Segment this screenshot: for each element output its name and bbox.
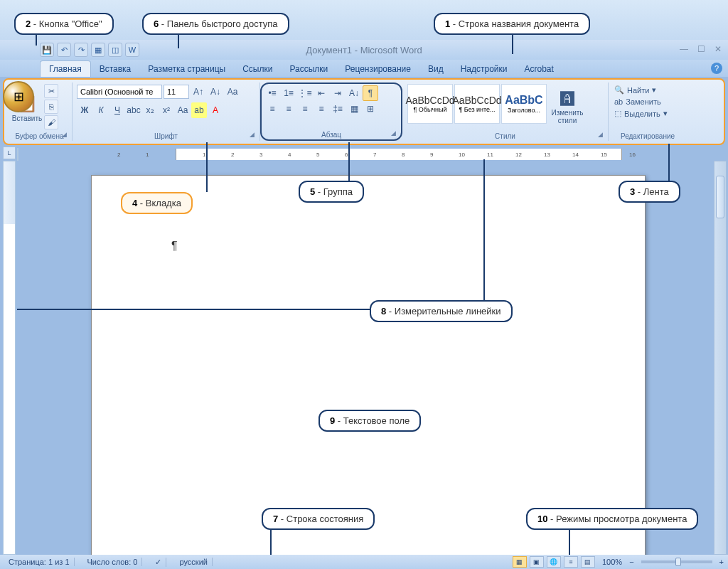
change-styles-button[interactable]: 🅰 Изменить стили bbox=[547, 84, 587, 131]
horizontal-ruler[interactable]: 1 2 1 2 3 4 5 6 7 8 9 10 11 12 13 14 15 … bbox=[17, 148, 18, 161]
tab-home[interactable]: Главная bbox=[40, 60, 91, 77]
vertical-scrollbar[interactable] bbox=[714, 161, 727, 555]
paragraph-launcher[interactable]: ◢ bbox=[391, 129, 400, 138]
view-web[interactable]: 🌐 bbox=[547, 556, 561, 568]
multilevel-button[interactable]: ⋮≡ bbox=[297, 85, 313, 101]
view-fullscreen[interactable]: ▣ bbox=[530, 556, 544, 568]
copy-button[interactable]: ⎘ bbox=[44, 100, 58, 114]
qat-btn-6[interactable]: W bbox=[125, 43, 139, 57]
grow-font-button[interactable]: A↑ bbox=[191, 84, 206, 100]
quick-access-toolbar: 💾 ↶ ↷ ▦ ◫ W bbox=[40, 43, 139, 57]
align-right-button[interactable]: ≡ bbox=[297, 101, 313, 117]
title-bar: ⊞ 💾 ↶ ↷ ▦ ◫ W Документ1 - Microsoft Word… bbox=[0, 40, 728, 60]
format-painter-button[interactable]: 🖌 bbox=[44, 115, 58, 129]
view-print-layout[interactable]: ▦ bbox=[513, 556, 527, 568]
find-button[interactable]: 🔍Найти ▾ bbox=[613, 84, 658, 96]
font-launcher[interactable]: ◢ bbox=[250, 131, 258, 139]
font-name-select[interactable] bbox=[77, 85, 162, 99]
status-proof[interactable]: ✓ bbox=[151, 558, 166, 567]
qat-btn-4[interactable]: ▦ bbox=[91, 43, 105, 57]
tab-review[interactable]: Рецензирование bbox=[336, 61, 419, 77]
superscript-button[interactable]: x² bbox=[159, 102, 174, 118]
arrow-6 bbox=[178, 33, 179, 48]
clear-format-button[interactable]: Aa bbox=[225, 84, 240, 100]
style-name-2: ¶ Без инте... bbox=[459, 106, 495, 113]
subscript-button[interactable]: x₂ bbox=[142, 102, 158, 118]
redo-icon[interactable]: ↷ bbox=[74, 43, 88, 57]
ruler-corner[interactable]: L bbox=[3, 147, 16, 159]
style-normal[interactable]: AaBbCcDd ¶ Обычный bbox=[407, 84, 453, 124]
save-icon[interactable]: 💾 bbox=[40, 43, 54, 57]
view-draft[interactable]: ▤ bbox=[581, 556, 595, 568]
tab-layout[interactable]: Разметка страницы bbox=[139, 61, 234, 77]
zoom-out-button[interactable]: − bbox=[629, 558, 633, 566]
office-button[interactable]: ⊞ bbox=[3, 81, 34, 112]
undo-icon[interactable]: ↶ bbox=[57, 43, 71, 57]
bullets-button[interactable]: •≡ bbox=[264, 85, 280, 101]
group-paragraph: •≡ 1≡ ⋮≡ ⇤ ⇥ A↓ ¶ ≡ ≡ ≡ ≡ ‡≡ ▦ ⊞ Абзац ◢ bbox=[260, 83, 402, 141]
vertical-ruler[interactable] bbox=[3, 161, 16, 555]
shading-button[interactable]: ▦ bbox=[346, 101, 362, 117]
zoom-in-button[interactable]: + bbox=[719, 558, 724, 566]
maximize-button[interactable]: ☐ bbox=[695, 44, 707, 54]
replace-button[interactable]: abЗаменить bbox=[613, 96, 663, 107]
indent-dec-button[interactable]: ⇤ bbox=[314, 85, 329, 101]
show-marks-button[interactable]: ¶ bbox=[363, 85, 378, 101]
tab-view[interactable]: Вид bbox=[419, 61, 452, 77]
status-page[interactable]: Страница: 1 из 1 bbox=[4, 558, 75, 566]
callout-6: 6 - Панель быстрого доступа bbox=[142, 13, 289, 35]
zoom-slider[interactable] bbox=[641, 560, 712, 563]
line-spacing-button[interactable]: ‡≡ bbox=[330, 101, 346, 117]
change-styles-label: Изменить стили bbox=[547, 109, 587, 124]
styles-launcher[interactable]: ◢ bbox=[598, 131, 606, 139]
page[interactable]: ¶ bbox=[91, 175, 646, 555]
arrow-4 bbox=[206, 142, 208, 192]
view-outline[interactable]: ≡ bbox=[564, 556, 578, 568]
callout-1: 1 - Строка названия документа bbox=[434, 13, 590, 35]
change-case-button[interactable]: Aa bbox=[175, 102, 191, 118]
tab-references[interactable]: Ссылки bbox=[234, 61, 281, 77]
numbering-button[interactable]: 1≡ bbox=[281, 85, 296, 101]
font-size-select[interactable] bbox=[164, 85, 189, 99]
style-nospacing[interactable]: AaBbCcDd ¶ Без инте... bbox=[454, 84, 500, 124]
status-bar: Страница: 1 из 1 Число слов: 0 ✓ русский… bbox=[0, 555, 728, 569]
tab-mailings[interactable]: Рассылки bbox=[281, 61, 336, 77]
arrow-3 bbox=[668, 144, 670, 181]
borders-button[interactable]: ⊞ bbox=[363, 101, 378, 117]
tab-insert[interactable]: Вставка bbox=[91, 61, 140, 77]
arrow-8v bbox=[483, 159, 485, 302]
callout-2: 2 - Кнопка "Office" bbox=[14, 13, 114, 35]
status-words[interactable]: Число слов: 0 bbox=[83, 558, 143, 566]
select-button[interactable]: ⬚Выделить ▾ bbox=[613, 107, 669, 119]
tab-acrobat[interactable]: Acrobat bbox=[516, 61, 562, 77]
highlight-button[interactable]: ab bbox=[191, 102, 207, 118]
bold-button[interactable]: Ж bbox=[77, 102, 92, 118]
qat-btn-5[interactable]: ◫ bbox=[108, 43, 122, 57]
sort-button[interactable]: A↓ bbox=[346, 85, 362, 101]
align-center-button[interactable]: ≡ bbox=[281, 101, 296, 117]
select-icon: ⬚ bbox=[614, 109, 621, 118]
tab-addins[interactable]: Надстройки bbox=[452, 61, 516, 77]
scroll-thumb[interactable] bbox=[716, 176, 724, 218]
style-name-1: ¶ Обычный bbox=[413, 106, 446, 113]
font-color-button[interactable]: A bbox=[208, 102, 223, 118]
change-styles-icon: 🅰 bbox=[560, 91, 574, 107]
style-heading[interactable]: AaBbC Заголово... bbox=[501, 84, 547, 124]
status-lang[interactable]: русский bbox=[175, 558, 212, 566]
indent-inc-button[interactable]: ⇥ bbox=[330, 85, 346, 101]
arrow-1 bbox=[512, 33, 513, 54]
clipboard-launcher[interactable]: ◢ bbox=[62, 131, 70, 139]
help-button[interactable]: ? bbox=[711, 63, 722, 74]
minimize-button[interactable]: — bbox=[678, 44, 690, 54]
group-editing: 🔍Найти ▾ abЗаменить ⬚Выделить ▾ Редактир… bbox=[609, 83, 687, 141]
italic-button[interactable]: К bbox=[93, 102, 109, 118]
callout-5: 5 - Группа bbox=[299, 181, 364, 203]
strike-button[interactable]: abc bbox=[126, 102, 141, 118]
zoom-level[interactable]: 100% bbox=[602, 558, 622, 566]
justify-button[interactable]: ≡ bbox=[314, 101, 329, 117]
align-left-button[interactable]: ≡ bbox=[264, 101, 280, 117]
shrink-font-button[interactable]: A↓ bbox=[208, 84, 223, 100]
cut-button[interactable]: ✂ bbox=[44, 84, 58, 98]
close-button[interactable]: ✕ bbox=[712, 44, 724, 54]
underline-button[interactable]: Ч bbox=[109, 102, 125, 118]
